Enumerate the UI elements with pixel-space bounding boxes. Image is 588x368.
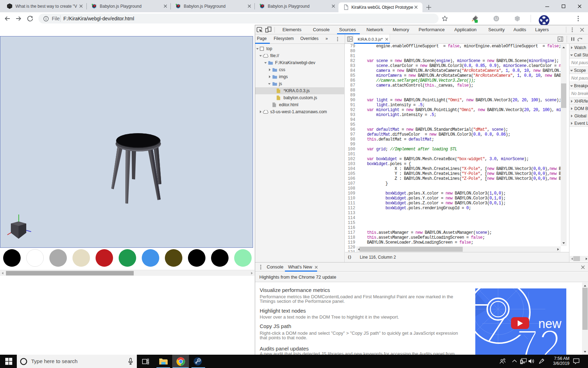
svg-text:U: U	[495, 16, 498, 21]
svg-text:72: 72	[516, 320, 561, 355]
